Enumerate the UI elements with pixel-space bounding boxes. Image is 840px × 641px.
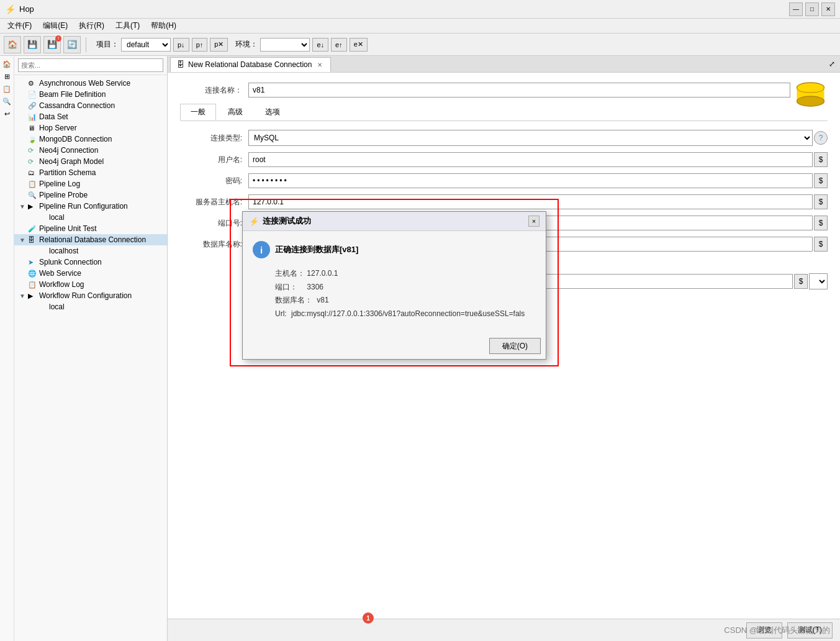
menu-file[interactable]: 文件(F) — [2, 19, 37, 32]
tree-item-pipeline-log[interactable]: 📋 Pipeline Log — [14, 178, 167, 189]
run-btn-2[interactable]: p↑ — [192, 38, 208, 52]
conn-type-select[interactable]: MySQL — [248, 130, 813, 146]
app-title: Hop — [19, 4, 34, 14]
modal-url-value: jdbc:mysql://127.0.0.1:3306/v81?autoReco… — [291, 309, 525, 318]
username-edit-btn[interactable]: $ — [814, 152, 828, 167]
title-bar-controls: — □ ✕ — [789, 2, 835, 16]
web-service-icon: 🌐 — [28, 270, 37, 278]
subtab-general[interactable]: 一般 — [180, 104, 216, 120]
toolbar-refresh-btn[interactable]: 🔄 — [63, 36, 81, 53]
tree-item-workflow-run[interactable]: ▼ ▶ Workflow Run Configuration — [14, 290, 167, 301]
username-input[interactable] — [248, 152, 813, 167]
tree-item-neo4j-conn[interactable]: ⟳ Neo4j Connection — [14, 145, 167, 156]
tree-item-dataset[interactable]: 📊 Data Set — [14, 111, 167, 122]
close-button[interactable]: ✕ — [821, 2, 835, 16]
env-btn-3[interactable]: e✕ — [350, 38, 368, 52]
menu-run[interactable]: 执行(R) — [74, 19, 109, 32]
toolbar-save-btn[interactable]: 💾 ! — [43, 36, 61, 53]
tree-item-pipeline-run-local[interactable]: local — [14, 212, 167, 223]
pipeline-log-icon: 📋 — [28, 180, 37, 188]
menu-edit[interactable]: 编辑(E) — [38, 19, 73, 32]
toolbar-open-btn[interactable]: 💾 — [24, 36, 41, 53]
maximize-button[interactable]: □ — [805, 2, 819, 16]
run-btn-1[interactable]: p↓ — [173, 38, 189, 52]
project-select[interactable]: default — [121, 38, 171, 52]
sidebar-search-area — [14, 56, 167, 75]
menu-tools[interactable]: 工具(T) — [111, 19, 145, 32]
subtab-advanced[interactable]: 高级 — [217, 104, 253, 120]
hostname-edit-btn[interactable]: $ — [814, 194, 828, 209]
tree-item-async-web-service[interactable]: ⚙ Asynchronous Web Service — [14, 78, 167, 89]
username-row: 用户名: $ — [180, 152, 828, 167]
toolbar-new-btn[interactable]: 🏠 — [4, 36, 21, 53]
url-dropdown[interactable] — [809, 273, 828, 289]
tab-relational-db[interactable]: 🗄 New Relational Database Connection ✕ — [170, 57, 331, 72]
modal-ok-button[interactable]: 确定(O) — [489, 338, 541, 354]
tree-item-workflow-run-local[interactable]: local — [14, 301, 167, 312]
tree-item-workflow-log[interactable]: 📋 Workflow Log — [14, 279, 167, 290]
username-label: 用户名: — [180, 155, 242, 165]
env-btn-1[interactable]: e↓ — [312, 38, 328, 52]
tree-item-splunk[interactable]: ➤ Splunk Connection — [14, 257, 167, 268]
modal-hostname-value: 127.0.0.1 — [307, 269, 338, 278]
sidebar-icon-arrow[interactable]: ↩ — [1, 108, 12, 119]
hostname-row: 服务器主机名: $ — [180, 194, 828, 209]
hop-server-icon: 🖥 — [28, 124, 37, 132]
url-edit-btn[interactable]: $ — [794, 274, 808, 289]
tree-item-neo4j-graph[interactable]: ⟳ Neo4j Graph Model — [14, 156, 167, 167]
sidebar-tree: ⚙ Asynchronous Web Service 📄 Beam File D… — [14, 75, 167, 641]
neo4j-conn-icon: ⟳ — [28, 147, 37, 155]
db-icon-svg — [793, 79, 828, 113]
sidebar-icon-search[interactable]: 🔍 — [1, 96, 12, 107]
menu-bar: 文件(F) 编辑(E) 执行(R) 工具(T) 帮助(H) — [0, 19, 840, 34]
connection-name-input[interactable] — [248, 83, 790, 98]
modal-close-button[interactable]: × — [528, 216, 540, 227]
password-input[interactable] — [248, 173, 813, 188]
db-icon-area — [793, 79, 828, 115]
modal-port-label: 端口： — [275, 283, 297, 291]
password-row: 密码: $ — [180, 173, 828, 188]
tree-item-pipeline-unit-test[interactable]: 🧪 Pipeline Unit Test — [14, 223, 167, 234]
menu-help[interactable]: 帮助(H) — [146, 19, 181, 32]
modal-title-text: ⚡ 连接测试成功 — [249, 216, 311, 227]
workflow-log-icon: 📋 — [28, 281, 37, 289]
password-edit-btn[interactable]: $ — [814, 173, 828, 188]
modal-header-row: i 正确连接到数据库[v81] — [253, 241, 536, 258]
sidebar-icon-pipeline[interactable]: ⊞ — [1, 71, 12, 82]
tree-item-web-service[interactable]: 🌐 Web Service — [14, 268, 167, 279]
modal-hostname-label: 主机名： — [275, 269, 305, 278]
tree-item-mongodb[interactable]: 🍃 MongoDB Connection — [14, 134, 167, 145]
tree-item-hop-server[interactable]: 🖥 Hop Server — [14, 122, 167, 134]
subtab-options[interactable]: 选项 — [255, 104, 291, 120]
partition-icon: 🗂 — [28, 169, 37, 176]
conn-type-help-btn[interactable]: ? — [814, 131, 828, 145]
sidebar-icon-metadata[interactable]: 📋 — [1, 83, 12, 94]
env-select[interactable] — [260, 38, 310, 52]
cassandra-icon: 🔗 — [28, 102, 37, 110]
tree-item-cassandra[interactable]: 🔗 Cassandra Connection — [14, 100, 167, 111]
tab-db-icon: 🗄 — [177, 60, 184, 69]
modal-hostname-row: 主机名： 127.0.0.1 — [275, 267, 536, 281]
tree-item-beam-file[interactable]: 📄 Beam File Definition — [14, 89, 167, 100]
port-edit-btn[interactable]: $ — [814, 216, 828, 230]
run-btn-3[interactable]: p✕ — [210, 38, 228, 52]
tree-item-pipeline-run[interactable]: ▼ ▶ Pipeline Run Configuration — [14, 201, 167, 212]
tab-bar: 🗄 New Relational Database Connection ✕ ⤢ — [168, 56, 840, 73]
tab-close-btn[interactable]: ✕ — [315, 61, 324, 69]
tree-item-relational-db[interactable]: ▼ 🗄 Relational Database Connection — [14, 234, 167, 245]
hostname-input[interactable] — [248, 194, 813, 209]
tree-item-partition[interactable]: 🗂 Partition Schema — [14, 167, 167, 178]
sidebar-icon-strip: 🏠 ⊞ 📋 🔍 ↩ — [0, 56, 14, 641]
sidebar-search-input[interactable] — [18, 58, 163, 72]
env-label: 环境： — [235, 39, 258, 50]
title-bar-left: ⚡ Hop — [5, 4, 34, 14]
tree-item-pipeline-probe[interactable]: 🔍 Pipeline Probe — [14, 189, 167, 201]
sidebar-icon-home[interactable]: 🏠 — [1, 58, 12, 70]
dbname-edit-btn[interactable]: $ — [814, 237, 828, 252]
tab-expand-btn[interactable]: ⤢ — [826, 57, 838, 71]
modal-title-bar: ⚡ 连接测试成功 × — [243, 212, 546, 231]
minimize-button[interactable]: — — [789, 2, 803, 16]
tree-item-relational-db-localhost[interactable]: localhost — [14, 245, 167, 257]
env-btn-2[interactable]: e↑ — [331, 38, 347, 52]
relational-db-icon: 🗄 — [28, 236, 37, 243]
